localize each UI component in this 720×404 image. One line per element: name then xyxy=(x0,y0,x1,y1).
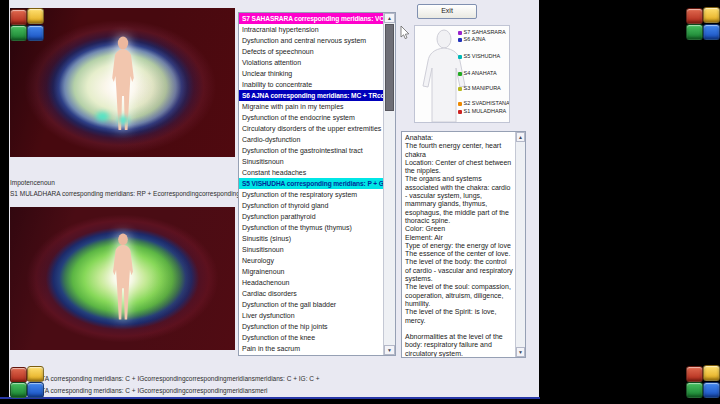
corner-button-yellow-icon[interactable] xyxy=(703,365,720,381)
corner-button-green-icon[interactable] xyxy=(10,25,27,41)
chakra-dot-icon xyxy=(458,87,462,91)
chakra-label: S7 SAHASRARA xyxy=(458,29,506,35)
chakra-label: S5 VISHUDHA xyxy=(458,53,500,59)
list-item[interactable]: Sinusitis (sinus) xyxy=(239,233,384,244)
chakra-dot-icon xyxy=(458,38,462,42)
list-item[interactable]: Violations attention xyxy=(239,57,384,68)
aura-image-bottom xyxy=(10,207,235,350)
chakra-label-text: S6 AJNA xyxy=(464,36,486,42)
corner-button-red-icon[interactable] xyxy=(10,9,27,25)
caption-muladhara-meridians: S1 MULADHARA corresponding meridians: RP… xyxy=(10,190,268,198)
chakra-dot-icon xyxy=(458,72,462,76)
list-item[interactable]: Sinusitisnoun xyxy=(239,156,384,167)
list-scrollbar[interactable]: ▲ ▼ xyxy=(383,13,395,355)
corner-button-red-icon[interactable] xyxy=(686,8,703,24)
list-item[interactable]: Constant headaches xyxy=(239,167,384,178)
list-item[interactable]: Liver dysfunction xyxy=(239,310,384,321)
chakra-description-text: Anahata: The fourth energy center, heart… xyxy=(405,134,513,358)
scroll-down-icon[interactable]: ▼ xyxy=(516,347,525,357)
chakra-label-text: S7 SAHASRARA xyxy=(464,29,506,35)
corner-button-blue-icon[interactable] xyxy=(703,24,720,40)
list-item[interactable]: Migrainenoun xyxy=(239,266,384,277)
chakra-label: S2 SVADHISTANA xyxy=(458,100,510,106)
symptom-list-panel: S7 SAHASRARA corresponding meridians: VC… xyxy=(238,12,396,356)
list-item[interactable]: Dysfunction of the knee xyxy=(239,332,384,343)
list-item[interactable]: Intracranial hypertension xyxy=(239,24,384,35)
app-canvas: Impotencenoun S1 MULADHARA corresponding… xyxy=(0,0,720,404)
chakra-label-text: S3 MANIPURA xyxy=(464,85,501,91)
list-item[interactable]: Dysfunction of the respiratory system xyxy=(239,189,384,200)
list-item[interactable]: Dysfunction parathyroid xyxy=(239,211,384,222)
list-item[interactable]: Cardio-dysfunction xyxy=(239,134,384,145)
chakra-dot-icon xyxy=(458,102,462,106)
corner-button-green-icon[interactable] xyxy=(686,382,703,398)
window-bottom-border xyxy=(0,397,540,399)
corner-button-blue-icon[interactable] xyxy=(27,25,44,41)
chakra-label: S3 MANIPURA xyxy=(458,85,501,91)
list-item[interactable]: Dysfunction and central nervous system xyxy=(239,35,384,46)
chakra-label-text: S2 SVADHISTANA xyxy=(464,100,510,106)
chakra-label: S1 MULADHARA xyxy=(458,108,506,114)
corner-button-red-icon[interactable] xyxy=(10,367,27,383)
list-item[interactable]: Neurology xyxy=(239,255,384,266)
list-section-header[interactable]: S6 AJNA corresponding meridians: MC + TR… xyxy=(239,90,384,101)
corner-button-green-icon[interactable] xyxy=(686,24,703,40)
list-item[interactable]: Pain in the sacrum xyxy=(239,343,384,354)
list-section-header[interactable]: S7 SAHASRARA corresponding meridians: VC… xyxy=(239,13,384,24)
list-item[interactable]: Headachenoun xyxy=(239,277,384,288)
list-item[interactable]: Dysfunction of the gastrointestinal trac… xyxy=(239,145,384,156)
corner-button-yellow-icon[interactable] xyxy=(27,8,44,24)
aura-cyan-patch xyxy=(96,112,109,121)
chakra-body-map: S7 SAHASRARAS6 AJNAS5 VISHUDHAS4 ANAHATA… xyxy=(414,25,510,123)
list-item[interactable]: Dysfunction of the gall bladder xyxy=(239,299,384,310)
corner-button-red-icon[interactable] xyxy=(686,366,703,382)
chakra-label-text: S1 MULADHARA xyxy=(464,108,507,114)
caption-anahata-meridians-2: S4 ANAHATA corresponding meridians: C + … xyxy=(10,387,268,395)
corner-button-yellow-icon[interactable] xyxy=(27,366,44,382)
chakra-label: S6 AJNA xyxy=(458,36,486,42)
chakra-dot-icon xyxy=(458,110,462,114)
list-item[interactable]: Dysfunction of the endocrine system xyxy=(239,112,384,123)
chakra-label-text: S5 VISHUDHA xyxy=(464,53,501,59)
corner-button-blue-icon[interactable] xyxy=(703,382,720,398)
exit-button[interactable]: Exit xyxy=(417,4,477,19)
list-item[interactable]: Defects of speechnoun xyxy=(239,46,384,57)
chakra-info-panel: Anahata: The fourth energy center, heart… xyxy=(401,131,526,358)
corner-button-green-icon[interactable] xyxy=(10,382,27,398)
info-scrollbar[interactable]: ▲ ▼ xyxy=(515,132,525,357)
scroll-up-icon[interactable]: ▲ xyxy=(384,13,395,23)
chakra-label: S4 ANAHATA xyxy=(458,70,497,76)
list-item[interactable]: Dysfunction of the hip joints xyxy=(239,321,384,332)
list-item[interactable]: Migraine with pain in my temples xyxy=(239,101,384,112)
caption-impotence: Impotencenoun xyxy=(10,179,55,187)
list-item[interactable]: Dysfunction of the thymus (thymus) xyxy=(239,222,384,233)
caption-anahata-meridians-1: S4 ANAHATA corresponding meridians: C + … xyxy=(10,375,320,383)
aura-figure-silhouette xyxy=(107,231,139,327)
list-item[interactable]: Unclear thinking xyxy=(239,68,384,79)
list-scrollbar-thumb[interactable] xyxy=(385,24,394,111)
list-section-header[interactable]: S5 VISHUDHA corresponding meridians: P +… xyxy=(239,178,384,189)
list-item[interactable]: Cardiac disorders xyxy=(239,288,384,299)
corner-button-blue-icon[interactable] xyxy=(27,382,44,398)
chakra-dot-icon xyxy=(458,31,462,35)
chakra-label-text: S4 ANAHATA xyxy=(464,70,497,76)
list-item[interactable]: Dysfunction of thyroid gland xyxy=(239,200,384,211)
list-item[interactable]: Sinusitisnoun xyxy=(239,244,384,255)
list-item[interactable]: Circulatory disorders of the upper extre… xyxy=(239,123,384,134)
scroll-down-icon[interactable]: ▼ xyxy=(384,345,395,355)
aura-cyan-patch xyxy=(118,116,129,124)
symptom-list: S7 SAHASRARA corresponding meridians: VC… xyxy=(239,13,384,355)
list-item[interactable]: Inability to concentrate xyxy=(239,79,384,90)
scroll-up-icon[interactable]: ▲ xyxy=(516,132,525,142)
mouse-cursor-icon xyxy=(400,26,410,40)
corner-button-yellow-icon[interactable] xyxy=(703,7,720,23)
chakra-dot-icon xyxy=(458,55,462,59)
